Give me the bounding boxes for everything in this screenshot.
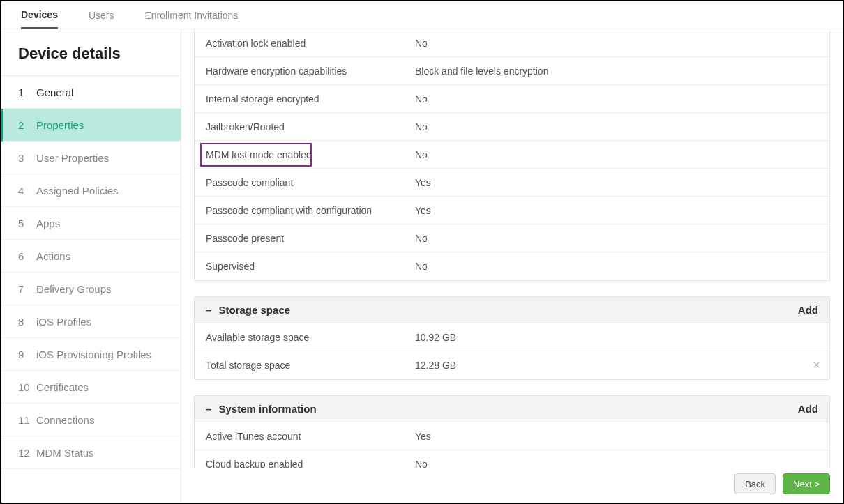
property-value: No xyxy=(415,459,428,468)
sidebar-item-number: 12 xyxy=(18,447,36,459)
sidebar-item-label: Connections xyxy=(36,414,94,426)
property-row-mdm-lost-mode[interactable]: MDM lost mode enabled No xyxy=(195,141,829,169)
sidebar-item-ios-profiles[interactable]: 8 iOS Profiles xyxy=(1,305,181,338)
back-button[interactable]: Back xyxy=(734,473,776,494)
system-panel: – System information Add Active iTunes a… xyxy=(194,395,830,468)
sidebar-item-label: Actions xyxy=(36,250,70,262)
property-label: Passcode compliant xyxy=(206,177,415,188)
sidebar-item-number: 10 xyxy=(18,381,36,393)
property-label: Supervised xyxy=(206,261,415,272)
property-row[interactable]: Jailbroken/Rooted No xyxy=(195,113,829,141)
close-icon[interactable]: × xyxy=(813,359,820,372)
property-value: No xyxy=(415,38,428,49)
sidebar-item-label: iOS Provisioning Profiles xyxy=(36,349,151,360)
sidebar-item-label: Delivery Groups xyxy=(36,283,112,295)
panel-title: Storage space xyxy=(219,304,291,316)
sidebar-item-general[interactable]: 1 General xyxy=(1,76,181,109)
property-label: Internal storage encrypted xyxy=(206,93,415,105)
property-row[interactable]: Total storage space 12.28 GB × xyxy=(195,351,829,379)
sidebar-item-number: 3 xyxy=(18,152,36,164)
property-row[interactable]: Cloud backup enabled No xyxy=(195,450,829,468)
sidebar-item-assigned-policies[interactable]: 4 Assigned Policies xyxy=(1,174,181,207)
property-label: Passcode present xyxy=(206,233,415,244)
collapse-icon[interactable]: – xyxy=(206,403,211,415)
property-value: 12.28 GB xyxy=(415,360,456,371)
panel-title: System information xyxy=(219,403,317,415)
property-row[interactable]: Available storage space 10.92 GB xyxy=(195,323,829,351)
sidebar-item-number: 2 xyxy=(18,119,36,131)
property-label: Jailbroken/Rooted xyxy=(206,121,415,132)
property-value: No xyxy=(415,93,428,105)
property-value: Yes xyxy=(415,205,431,216)
property-value: Block and file levels encryption xyxy=(415,66,548,77)
property-row[interactable]: Passcode compliant with configuration Ye… xyxy=(195,197,829,224)
property-label: Available storage space xyxy=(206,332,415,343)
sidebar-item-label: iOS Profiles xyxy=(36,316,91,328)
sidebar-item-label: General xyxy=(36,86,73,98)
storage-panel-header[interactable]: – Storage space Add xyxy=(195,297,829,323)
property-label: MDM lost mode enabled xyxy=(206,149,415,160)
sidebar-item-number: 11 xyxy=(18,414,36,426)
property-label: Total storage space xyxy=(206,360,415,371)
sidebar-item-connections[interactable]: 11 Connections xyxy=(1,404,181,436)
property-label: Active iTunes account xyxy=(206,431,415,442)
main-content: Activation lock enabled No Hardware encr… xyxy=(181,29,843,503)
property-row[interactable]: Supervised No xyxy=(195,252,829,280)
property-row[interactable]: Passcode present No xyxy=(195,224,829,252)
sidebar-item-label: Certificates xyxy=(36,381,89,393)
property-value: No xyxy=(415,233,428,244)
collapse-icon[interactable]: – xyxy=(206,304,211,316)
sidebar-item-number: 5 xyxy=(18,217,36,229)
property-value: Yes xyxy=(415,431,431,442)
sidebar-nav: 1 General 2 Properties 3 User Properties… xyxy=(1,76,181,469)
sidebar-item-number: 6 xyxy=(18,250,36,262)
property-label: Passcode compliant with configuration xyxy=(206,205,415,216)
property-label: Cloud backup enabled xyxy=(206,459,415,468)
sidebar-item-actions[interactable]: 6 Actions xyxy=(1,240,181,273)
sidebar-item-number: 8 xyxy=(18,316,36,328)
tab-enrollment-invitations[interactable]: Enrollment Invitations xyxy=(145,1,239,29)
property-label: Hardware encryption capabilities xyxy=(206,66,415,77)
system-panel-header[interactable]: – System information Add xyxy=(195,396,829,422)
property-row[interactable]: Passcode compliant Yes xyxy=(195,169,829,197)
property-row[interactable]: Hardware encryption capabilities Block a… xyxy=(195,57,829,85)
sidebar-item-delivery-groups[interactable]: 7 Delivery Groups xyxy=(1,273,181,305)
sidebar-item-properties[interactable]: 2 Properties xyxy=(1,109,181,142)
sidebar-item-mdm-status[interactable]: 12 MDM Status xyxy=(1,436,181,469)
property-value: No xyxy=(415,121,428,132)
property-value: Yes xyxy=(415,177,431,188)
sidebar-item-label: MDM Status xyxy=(36,447,94,459)
tab-devices[interactable]: Devices xyxy=(21,1,58,29)
sidebar: Device details 1 General 2 Properties 3 … xyxy=(1,29,181,503)
top-tabs: Devices Users Enrollment Invitations xyxy=(1,1,843,29)
property-value: 10.92 GB xyxy=(415,332,456,343)
property-row[interactable]: Internal storage encrypted No xyxy=(195,85,829,113)
footer-buttons: Back Next > xyxy=(734,473,830,494)
sidebar-item-apps[interactable]: 5 Apps xyxy=(1,207,181,240)
add-link[interactable]: Add xyxy=(798,403,818,415)
sidebar-item-number: 9 xyxy=(18,349,36,360)
sidebar-item-number: 1 xyxy=(18,86,36,98)
property-value: No xyxy=(415,261,428,272)
storage-panel: – Storage space Add Available storage sp… xyxy=(194,296,830,380)
sidebar-item-user-properties[interactable]: 3 User Properties xyxy=(1,142,181,174)
sidebar-item-number: 7 xyxy=(18,283,36,295)
add-link[interactable]: Add xyxy=(798,304,818,316)
tab-users[interactable]: Users xyxy=(89,1,114,29)
property-row[interactable]: Activation lock enabled No xyxy=(195,29,829,57)
sidebar-item-label: Apps xyxy=(36,217,60,229)
sidebar-item-number: 4 xyxy=(18,185,36,197)
sidebar-item-label: User Properties xyxy=(36,152,109,164)
next-button[interactable]: Next > xyxy=(783,473,830,494)
sidebar-item-certificates[interactable]: 10 Certificates xyxy=(1,371,181,404)
page-title: Device details xyxy=(1,29,181,76)
sidebar-item-ios-provisioning-profiles[interactable]: 9 iOS Provisioning Profiles xyxy=(1,338,181,371)
sidebar-item-label: Assigned Policies xyxy=(36,185,119,197)
sidebar-item-label: Properties xyxy=(36,119,84,131)
property-value: No xyxy=(415,149,428,160)
security-panel: Activation lock enabled No Hardware encr… xyxy=(194,29,830,281)
property-row[interactable]: Active iTunes account Yes xyxy=(195,422,829,450)
property-label: Activation lock enabled xyxy=(206,38,415,49)
